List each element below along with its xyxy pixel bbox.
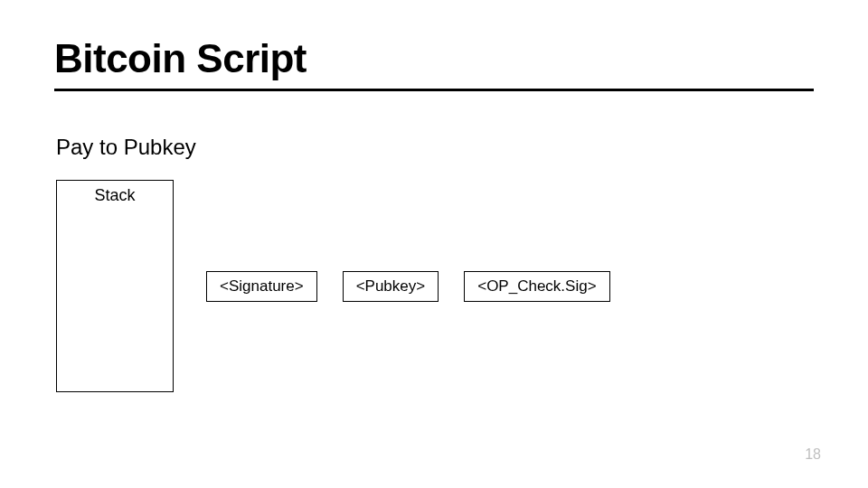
- slide-subtitle: Pay to Pubkey: [56, 135, 814, 160]
- op-checksig: <OP_Check.Sig>: [464, 271, 609, 302]
- op-signature: <Signature>: [206, 271, 317, 302]
- stack-box: Stack: [56, 180, 174, 392]
- op-pubkey: <Pubkey>: [343, 271, 439, 302]
- slide-title: Bitcoin Script: [54, 36, 814, 91]
- slide: Bitcoin Script Pay to Pubkey Stack <Sign…: [0, 0, 868, 488]
- script-ops-row: <Signature> <Pubkey> <OP_Check.Sig>: [206, 271, 610, 302]
- content-row: Stack <Signature> <Pubkey> <OP_Check.Sig…: [56, 180, 814, 392]
- page-number: 18: [805, 446, 821, 463]
- stack-label: Stack: [57, 186, 173, 205]
